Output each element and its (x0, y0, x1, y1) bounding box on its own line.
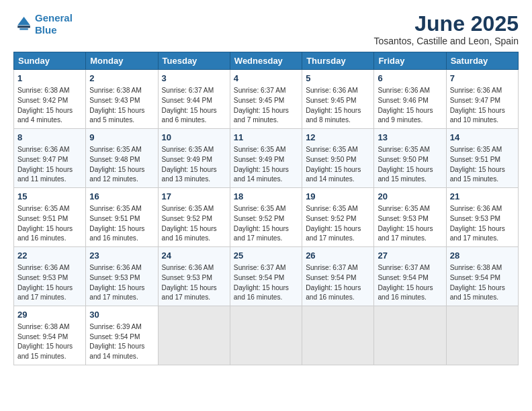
day-detail: and 17 minutes. (234, 234, 298, 244)
day-detail: Sunset: 9:54 PM (378, 273, 442, 283)
day-number: 14 (450, 132, 515, 144)
day-detail: and 6 minutes. (162, 116, 226, 126)
day-detail: Sunset: 9:52 PM (162, 214, 226, 224)
day-number: 4 (234, 73, 298, 85)
calendar-cell: 5Sunrise: 6:36 AMSunset: 9:45 PMDaylight… (302, 70, 374, 129)
day-detail: and 16 minutes. (306, 293, 370, 303)
day-detail: Daylight: 15 hours (306, 224, 370, 234)
day-detail: Daylight: 15 hours (234, 224, 298, 234)
day-detail: Sunrise: 6:36 AM (89, 263, 154, 273)
day-detail: Sunrise: 6:38 AM (450, 263, 515, 273)
day-detail: Sunrise: 6:38 AM (17, 322, 82, 332)
calendar-cell: 2Sunrise: 6:38 AMSunset: 9:43 PMDaylight… (86, 70, 158, 129)
day-number: 23 (89, 250, 154, 263)
day-detail: and 17 minutes. (450, 234, 515, 244)
calendar-week-4: 22Sunrise: 6:36 AMSunset: 9:53 PMDayligh… (14, 247, 519, 306)
day-detail: Sunset: 9:49 PM (234, 155, 298, 165)
day-detail: Sunset: 9:45 PM (306, 96, 370, 106)
day-detail: and 9 minutes. (378, 116, 442, 126)
day-detail: Sunset: 9:54 PM (17, 332, 82, 342)
calendar-cell: 25Sunrise: 6:37 AMSunset: 9:54 PMDayligh… (230, 247, 302, 306)
day-detail: Sunrise: 6:36 AM (162, 263, 226, 273)
day-detail: Daylight: 15 hours (89, 342, 154, 352)
day-detail: and 16 minutes. (89, 234, 154, 244)
svg-rect-1 (17, 26, 30, 28)
day-detail: Sunrise: 6:35 AM (378, 204, 442, 214)
day-detail: Sunrise: 6:37 AM (234, 263, 298, 273)
day-detail: and 14 minutes. (306, 175, 370, 185)
day-detail: Sunset: 9:53 PM (89, 273, 154, 283)
day-number: 22 (17, 250, 82, 263)
day-number: 1 (17, 73, 82, 85)
day-number: 8 (17, 132, 82, 144)
calendar-week-3: 15Sunrise: 6:35 AMSunset: 9:51 PMDayligh… (14, 188, 519, 247)
day-detail: Daylight: 15 hours (378, 224, 442, 234)
day-detail: Daylight: 15 hours (162, 283, 226, 293)
day-detail: and 8 minutes. (306, 116, 370, 126)
calendar-header-saturday: Saturday (446, 52, 518, 70)
calendar-cell (374, 306, 446, 365)
day-detail: and 14 minutes. (89, 352, 154, 362)
day-detail: and 16 minutes. (234, 293, 298, 303)
calendar-cell: 24Sunrise: 6:36 AMSunset: 9:53 PMDayligh… (158, 247, 230, 306)
calendar-cell: 22Sunrise: 6:36 AMSunset: 9:53 PMDayligh… (14, 247, 86, 306)
day-detail: and 17 minutes. (378, 234, 442, 244)
day-detail: and 17 minutes. (162, 293, 226, 303)
calendar-table: SundayMondayTuesdayWednesdayThursdayFrid… (13, 52, 519, 365)
day-detail: Daylight: 15 hours (450, 224, 515, 234)
calendar-week-5: 29Sunrise: 6:38 AMSunset: 9:54 PMDayligh… (14, 306, 519, 365)
logo-line1: General (35, 12, 73, 24)
day-detail: Sunset: 9:51 PM (89, 214, 154, 224)
day-detail: Sunrise: 6:36 AM (450, 86, 515, 96)
calendar-cell: 12Sunrise: 6:35 AMSunset: 9:50 PMDayligh… (302, 129, 374, 188)
day-detail: Sunrise: 6:35 AM (162, 145, 226, 155)
day-detail: and 16 minutes. (378, 293, 442, 303)
day-detail: and 12 minutes. (89, 175, 154, 185)
title-block: June 2025 Tosantos, Castille and Leon, S… (373, 12, 519, 46)
day-detail: Sunset: 9:52 PM (234, 214, 298, 224)
header: General Blue June 2025 Tosantos, Castill… (13, 12, 519, 46)
calendar-week-1: 1Sunrise: 6:38 AMSunset: 9:42 PMDaylight… (14, 70, 519, 129)
day-detail: and 15 minutes. (17, 352, 82, 362)
calendar-cell: 15Sunrise: 6:35 AMSunset: 9:51 PMDayligh… (14, 188, 86, 247)
day-detail: Sunrise: 6:37 AM (378, 263, 442, 273)
day-detail: Daylight: 15 hours (17, 224, 82, 234)
calendar-header-thursday: Thursday (302, 52, 374, 70)
day-detail: Sunrise: 6:36 AM (306, 86, 370, 96)
day-detail: Sunrise: 6:36 AM (17, 145, 82, 155)
calendar-cell: 10Sunrise: 6:35 AMSunset: 9:49 PMDayligh… (158, 129, 230, 188)
calendar-cell: 3Sunrise: 6:37 AMSunset: 9:44 PMDaylight… (158, 70, 230, 129)
logo-icon (13, 15, 32, 34)
day-detail: Daylight: 15 hours (450, 283, 515, 293)
day-detail: and 16 minutes. (162, 234, 226, 244)
day-detail: Sunrise: 6:38 AM (17, 86, 82, 96)
day-detail: and 11 minutes. (17, 175, 82, 185)
day-number: 17 (162, 191, 226, 203)
day-detail: Sunset: 9:53 PM (162, 273, 226, 283)
day-number: 10 (162, 132, 226, 144)
logo-line2: Blue (35, 24, 57, 36)
day-number: 20 (378, 191, 442, 203)
calendar-cell: 7Sunrise: 6:36 AMSunset: 9:47 PMDaylight… (446, 70, 518, 129)
day-number: 21 (450, 191, 515, 203)
day-detail: Sunset: 9:47 PM (17, 155, 82, 165)
day-detail: Daylight: 15 hours (450, 165, 515, 175)
calendar-cell: 4Sunrise: 6:37 AMSunset: 9:45 PMDaylight… (230, 70, 302, 129)
day-detail: and 7 minutes. (234, 116, 298, 126)
day-detail: Sunset: 9:46 PM (378, 96, 442, 106)
calendar-cell: 1Sunrise: 6:38 AMSunset: 9:42 PMDaylight… (14, 70, 86, 129)
day-detail: Sunrise: 6:35 AM (234, 204, 298, 214)
day-detail: Sunrise: 6:35 AM (89, 204, 154, 214)
day-number: 27 (378, 250, 442, 263)
calendar-header-monday: Monday (86, 52, 158, 70)
calendar-cell: 29Sunrise: 6:38 AMSunset: 9:54 PMDayligh… (14, 306, 86, 365)
day-detail: Daylight: 15 hours (89, 165, 154, 175)
day-detail: Daylight: 15 hours (89, 224, 154, 234)
calendar-cell: 27Sunrise: 6:37 AMSunset: 9:54 PMDayligh… (374, 247, 446, 306)
calendar-cell: 14Sunrise: 6:35 AMSunset: 9:51 PMDayligh… (446, 129, 518, 188)
day-detail: Sunrise: 6:36 AM (450, 204, 515, 214)
day-detail: Daylight: 15 hours (306, 283, 370, 293)
day-detail: Daylight: 15 hours (378, 283, 442, 293)
day-number: 19 (306, 191, 370, 203)
calendar-cell (302, 306, 374, 365)
